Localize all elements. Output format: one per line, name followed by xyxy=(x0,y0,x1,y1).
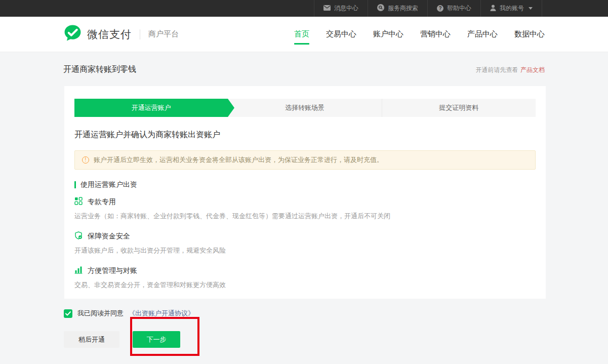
brand-name: 微信支付 xyxy=(87,27,132,42)
section-accent-bar xyxy=(74,181,76,188)
shield-icon xyxy=(74,231,83,241)
nav-item-transactions[interactable]: 交易中心 xyxy=(326,24,356,45)
brand-divider xyxy=(140,29,140,39)
brand-subtitle: 商户平台 xyxy=(148,29,179,39)
notice-text: 账户开通后立即生效，运营相关业务资金将全部从该账户出资，为保证业务正常进行，请及… xyxy=(94,155,383,165)
feature-desc: 开通该账户后，收款与出资分开管理，规避安全风险 xyxy=(74,246,536,255)
product-doc-link[interactable]: 产品文档 xyxy=(520,66,545,73)
step-indicator: 开通运营账户 选择转账场景 提交证明资料 xyxy=(74,99,536,117)
nav-item-account[interactable]: 账户中心 xyxy=(373,24,403,45)
wechat-pay-logo-icon xyxy=(63,24,82,45)
topbar-item-label: 消息中心 xyxy=(334,4,358,13)
content-heading: 开通运营账户并确认为商家转账出资账户 xyxy=(74,129,536,140)
brand-logo[interactable]: 微信支付 商户平台 xyxy=(63,24,179,45)
bar-chart-icon xyxy=(74,266,83,276)
grid-icon xyxy=(74,197,83,207)
topbar-item-label: 服务商搜索 xyxy=(388,4,418,13)
open-later-button[interactable]: 稍后开通 xyxy=(64,331,119,348)
next-step-button[interactable]: 下一步 xyxy=(133,331,180,348)
topbar-item-label: 帮助中心 xyxy=(447,4,471,13)
action-buttons: 稍后开通 下一步 xyxy=(64,331,180,348)
step-2-choose-transfer-scene: 选择转账场景 xyxy=(228,99,381,117)
help-icon: ? xyxy=(437,5,443,12)
feature-easy-reconciliation: 方便管理与对账 交易、非交易资金分开，资金管理和对账更方便高效 xyxy=(74,267,536,289)
step-1-open-operating-account: 开通运营账户 xyxy=(74,99,228,117)
topbar-item-help[interactable]: ? 帮助中心 xyxy=(427,0,480,17)
feature-list: 专款专用 运营业务（如：商家转账、企业付款到零钱、代金券、现金红包等）需要通过运… xyxy=(74,198,536,289)
nav-item-marketing[interactable]: 营销中心 xyxy=(420,24,451,45)
agreement-row: 我已阅读并同意 《出资账户开通协议》 xyxy=(64,309,194,318)
user-icon xyxy=(490,5,496,13)
doc-hint-row: 开通前请先查看 产品文档 xyxy=(476,65,545,74)
warning-icon: ! xyxy=(82,156,89,164)
feature-fund-security: 保障资金安全 开通该账户后，收款与出资分开管理，规避安全风险 xyxy=(74,232,536,255)
agreement-checkbox[interactable] xyxy=(64,309,72,318)
agreement-link[interactable]: 《出资账户开通协议》 xyxy=(129,309,194,318)
step-3-submit-proof: 提交证明资料 xyxy=(382,99,536,117)
main-nav: 首页 交易中心 账户中心 营销中心 产品中心 数据中心 xyxy=(294,24,545,45)
topbar-item-messages[interactable]: 消息中心 xyxy=(314,0,368,17)
header: 微信支付 商户平台 首页 交易中心 账户中心 营销中心 产品中心 数据中心 xyxy=(0,17,608,52)
topbar: 消息中心 服务商搜索 ? 帮助中心 我的账号 xyxy=(0,0,608,17)
page-head: 开通商家转账到零钱 开通前请先查看 产品文档 xyxy=(63,64,545,75)
feature-dedicated-funds: 专款专用 运营业务（如：商家转账、企业付款到零钱、代金券、现金红包等）需要通过运… xyxy=(74,198,536,220)
topbar-item-my-account[interactable]: 我的账号 xyxy=(480,0,542,17)
agreement-prefix: 我已阅读并同意 xyxy=(77,309,124,318)
section-title: 使用运营账户出资 xyxy=(74,181,536,189)
topbar-item-label: 我的账号 xyxy=(500,4,524,13)
nav-item-data[interactable]: 数据中心 xyxy=(514,24,545,45)
page-title: 开通商家转账到零钱 xyxy=(63,64,136,75)
feature-title: 保障资金安全 xyxy=(88,232,130,241)
section-title-text: 使用运营账户出资 xyxy=(80,180,137,189)
topbar-item-provider-search[interactable]: 服务商搜索 xyxy=(368,0,427,17)
onboarding-card: 开通运营账户 选择转账场景 提交证明资料 开通运营账户并确认为商家转账出资账户 … xyxy=(64,86,546,299)
nav-item-home[interactable]: 首页 xyxy=(294,24,309,45)
feature-title: 专款专用 xyxy=(88,197,116,207)
chevron-down-icon xyxy=(529,7,533,10)
search-icon xyxy=(377,4,384,13)
nav-item-products[interactable]: 产品中心 xyxy=(467,24,498,45)
doc-hint-text: 开通前请先查看 xyxy=(476,66,518,73)
feature-desc: 交易、非交易资金分开，资金管理和对账更方便高效 xyxy=(74,280,536,289)
mail-icon xyxy=(323,5,331,12)
feature-title: 方便管理与对账 xyxy=(88,266,137,275)
feature-desc: 运营业务（如：商家转账、企业付款到零钱、代金券、现金红包等）需要通过运营账户出资… xyxy=(74,212,536,220)
notice-banner: ! 账户开通后立即生效，运营相关业务资金将全部从该账户出资，为保证业务正常进行，… xyxy=(74,150,536,170)
